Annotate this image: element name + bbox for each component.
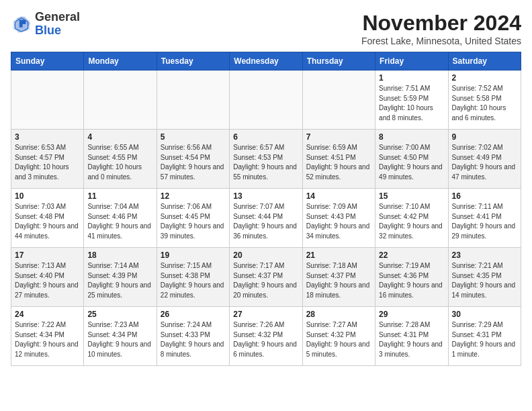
day-info: Sunrise: 7:52 AM Sunset: 5:58 PM Dayligh… — [452, 84, 517, 123]
day-number: 19 — [161, 250, 226, 260]
calendar-table: SundayMondayTuesdayWednesdayThursdayFrid… — [11, 52, 521, 366]
calendar-cell: 7Sunrise: 6:59 AM Sunset: 4:51 PM Daylig… — [302, 130, 375, 189]
calendar-cell: 15Sunrise: 7:10 AM Sunset: 4:42 PM Dayli… — [375, 189, 448, 248]
day-info: Sunrise: 7:14 AM Sunset: 4:39 PM Dayligh… — [87, 261, 152, 300]
day-info: Sunrise: 7:10 AM Sunset: 4:42 PM Dayligh… — [379, 202, 444, 241]
calendar-cell: 11Sunrise: 7:04 AM Sunset: 4:46 PM Dayli… — [84, 189, 157, 248]
day-of-week-header: Sunday — [11, 52, 84, 71]
calendar-cell: 14Sunrise: 7:09 AM Sunset: 4:43 PM Dayli… — [302, 189, 375, 248]
day-info: Sunrise: 7:00 AM Sunset: 4:50 PM Dayligh… — [379, 143, 444, 182]
calendar-cell — [84, 71, 157, 130]
day-number: 8 — [379, 132, 444, 142]
calendar-cell: 28Sunrise: 7:27 AM Sunset: 4:32 PM Dayli… — [302, 307, 375, 366]
day-number: 28 — [306, 310, 371, 319]
calendar-cell: 22Sunrise: 7:19 AM Sunset: 4:36 PM Dayli… — [375, 248, 448, 307]
calendar-cell — [230, 71, 302, 130]
calendar-cell — [157, 71, 229, 130]
day-number: 18 — [87, 250, 152, 260]
logo-icon — [11, 13, 32, 35]
day-number: 15 — [379, 191, 444, 201]
day-number: 22 — [379, 250, 444, 260]
page-header: General Blue November 2024 Forest Lake, … — [11, 11, 521, 46]
logo-general-text: General — [35, 10, 80, 24]
day-info: Sunrise: 6:55 AM Sunset: 4:55 PM Dayligh… — [87, 143, 152, 182]
day-info: Sunrise: 7:17 AM Sunset: 4:37 PM Dayligh… — [233, 261, 298, 300]
location: Forest Lake, Minnesota, United States — [361, 36, 521, 46]
calendar-week-row: 1Sunrise: 7:51 AM Sunset: 5:59 PM Daylig… — [11, 71, 521, 130]
calendar-cell — [11, 71, 84, 130]
day-number: 11 — [87, 191, 152, 201]
day-number: 6 — [233, 132, 298, 142]
day-of-week-header: Saturday — [448, 52, 521, 71]
calendar-cell: 3Sunrise: 6:53 AM Sunset: 4:57 PM Daylig… — [11, 130, 84, 189]
day-of-week-header: Wednesday — [230, 52, 302, 71]
day-info: Sunrise: 7:29 AM Sunset: 4:31 PM Dayligh… — [452, 320, 517, 359]
day-info: Sunrise: 7:26 AM Sunset: 4:32 PM Dayligh… — [233, 320, 298, 359]
day-number: 2 — [452, 73, 517, 83]
day-info: Sunrise: 7:02 AM Sunset: 4:49 PM Dayligh… — [452, 143, 517, 182]
calendar-week-row: 17Sunrise: 7:13 AM Sunset: 4:40 PM Dayli… — [11, 248, 521, 307]
day-info: Sunrise: 7:24 AM Sunset: 4:33 PM Dayligh… — [161, 320, 226, 359]
day-info: Sunrise: 7:03 AM Sunset: 4:48 PM Dayligh… — [15, 202, 80, 241]
calendar-cell: 17Sunrise: 7:13 AM Sunset: 4:40 PM Dayli… — [11, 248, 84, 307]
logo-blue-text: Blue — [35, 24, 61, 37]
day-number: 14 — [306, 191, 371, 201]
calendar-cell: 4Sunrise: 6:55 AM Sunset: 4:55 PM Daylig… — [84, 130, 157, 189]
calendar-week-row: 24Sunrise: 7:22 AM Sunset: 4:34 PM Dayli… — [11, 307, 521, 366]
day-info: Sunrise: 7:27 AM Sunset: 4:32 PM Dayligh… — [306, 320, 371, 359]
day-info: Sunrise: 7:22 AM Sunset: 4:34 PM Dayligh… — [15, 320, 80, 359]
day-number: 10 — [15, 191, 80, 201]
day-number: 5 — [161, 132, 226, 142]
day-info: Sunrise: 7:23 AM Sunset: 4:34 PM Dayligh… — [87, 320, 152, 359]
day-number: 25 — [87, 310, 152, 319]
day-info: Sunrise: 6:53 AM Sunset: 4:57 PM Dayligh… — [15, 143, 80, 182]
calendar-cell: 25Sunrise: 7:23 AM Sunset: 4:34 PM Dayli… — [84, 307, 157, 366]
calendar-cell: 18Sunrise: 7:14 AM Sunset: 4:39 PM Dayli… — [84, 248, 157, 307]
day-number: 4 — [87, 132, 152, 142]
day-info: Sunrise: 7:11 AM Sunset: 4:41 PM Dayligh… — [452, 202, 517, 241]
day-info: Sunrise: 6:56 AM Sunset: 4:54 PM Dayligh… — [161, 143, 226, 182]
calendar-header-row: SundayMondayTuesdayWednesdayThursdayFrid… — [11, 52, 521, 71]
calendar-cell: 26Sunrise: 7:24 AM Sunset: 4:33 PM Dayli… — [157, 307, 229, 366]
day-info: Sunrise: 7:06 AM Sunset: 4:45 PM Dayligh… — [161, 202, 226, 241]
day-number: 24 — [15, 310, 80, 319]
calendar-cell — [302, 71, 375, 130]
day-number: 23 — [452, 250, 517, 260]
calendar-cell: 29Sunrise: 7:28 AM Sunset: 4:31 PM Dayli… — [375, 307, 448, 366]
day-number: 29 — [379, 310, 444, 319]
calendar-cell: 21Sunrise: 7:18 AM Sunset: 4:37 PM Dayli… — [302, 248, 375, 307]
calendar-cell: 30Sunrise: 7:29 AM Sunset: 4:31 PM Dayli… — [448, 307, 521, 366]
day-number: 3 — [15, 132, 80, 142]
calendar-cell: 2Sunrise: 7:52 AM Sunset: 5:58 PM Daylig… — [448, 71, 521, 130]
calendar-cell: 8Sunrise: 7:00 AM Sunset: 4:50 PM Daylig… — [375, 130, 448, 189]
calendar-cell: 23Sunrise: 7:21 AM Sunset: 4:35 PM Dayli… — [448, 248, 521, 307]
calendar-cell: 6Sunrise: 6:57 AM Sunset: 4:53 PM Daylig… — [230, 130, 302, 189]
calendar-cell: 12Sunrise: 7:06 AM Sunset: 4:45 PM Dayli… — [157, 189, 229, 248]
calendar-week-row: 10Sunrise: 7:03 AM Sunset: 4:48 PM Dayli… — [11, 189, 521, 248]
day-info: Sunrise: 7:13 AM Sunset: 4:40 PM Dayligh… — [15, 261, 80, 300]
day-info: Sunrise: 7:07 AM Sunset: 4:44 PM Dayligh… — [233, 202, 298, 241]
day-number: 30 — [452, 310, 517, 319]
day-number: 12 — [161, 191, 226, 201]
day-number: 16 — [452, 191, 517, 201]
day-number: 13 — [233, 191, 298, 201]
day-info: Sunrise: 7:15 AM Sunset: 4:38 PM Dayligh… — [161, 261, 226, 300]
calendar-cell: 27Sunrise: 7:26 AM Sunset: 4:32 PM Dayli… — [230, 307, 302, 366]
day-info: Sunrise: 6:57 AM Sunset: 4:53 PM Dayligh… — [233, 143, 298, 182]
day-info: Sunrise: 7:18 AM Sunset: 4:37 PM Dayligh… — [306, 261, 371, 300]
day-info: Sunrise: 7:21 AM Sunset: 4:35 PM Dayligh… — [452, 261, 517, 300]
day-number: 7 — [306, 132, 371, 142]
calendar-cell: 20Sunrise: 7:17 AM Sunset: 4:37 PM Dayli… — [230, 248, 302, 307]
calendar-cell: 10Sunrise: 7:03 AM Sunset: 4:48 PM Dayli… — [11, 189, 84, 248]
calendar-cell: 16Sunrise: 7:11 AM Sunset: 4:41 PM Dayli… — [448, 189, 521, 248]
day-info: Sunrise: 6:59 AM Sunset: 4:51 PM Dayligh… — [306, 143, 371, 182]
day-number: 17 — [15, 250, 80, 260]
calendar-cell: 9Sunrise: 7:02 AM Sunset: 4:49 PM Daylig… — [448, 130, 521, 189]
day-number: 21 — [306, 250, 371, 260]
day-number: 20 — [233, 250, 298, 260]
day-info: Sunrise: 7:04 AM Sunset: 4:46 PM Dayligh… — [87, 202, 152, 241]
day-of-week-header: Thursday — [302, 52, 375, 71]
day-info: Sunrise: 7:28 AM Sunset: 4:31 PM Dayligh… — [379, 320, 444, 359]
calendar-cell: 1Sunrise: 7:51 AM Sunset: 5:59 PM Daylig… — [375, 71, 448, 130]
title-block: November 2024 Forest Lake, Minnesota, Un… — [361, 11, 521, 46]
